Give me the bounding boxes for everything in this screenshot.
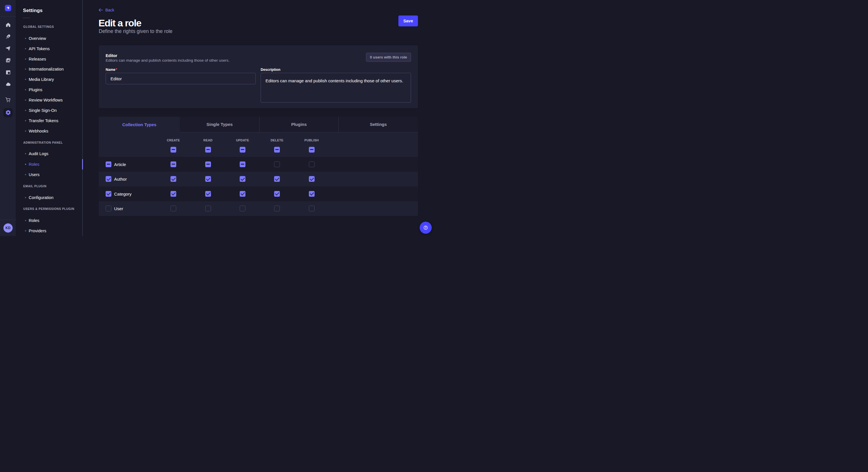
nav-marketplace-button[interactable]	[0, 96, 16, 105]
article-update-checkbox[interactable]	[225, 162, 260, 167]
bullet-icon	[25, 197, 26, 198]
user-publish-checkbox[interactable]	[294, 206, 329, 211]
sidebar-item-up-roles[interactable]: Roles	[16, 215, 83, 226]
author-publish-checkbox[interactable]	[294, 176, 329, 182]
sidebar-item-internationalization[interactable]: Internationalization	[16, 64, 83, 74]
strapi-logo[interactable]	[5, 5, 11, 11]
article-row-checkbox[interactable]	[105, 162, 112, 167]
nav-settings-button[interactable]	[3, 108, 12, 117]
author-delete-checkbox[interactable]	[260, 176, 294, 182]
author-create-checkbox[interactable]	[156, 176, 191, 182]
article-delete-checkbox[interactable]	[260, 162, 294, 167]
checkbox	[170, 206, 176, 211]
sidebar-item-label: Internationalization	[29, 67, 64, 71]
avatar[interactable]: KD	[3, 224, 12, 233]
name-field: Name*	[105, 67, 256, 84]
sidebar-item-api-tokens[interactable]: API Tokens	[16, 43, 83, 54]
description-textarea[interactable]	[260, 73, 411, 103]
checkbox	[105, 191, 112, 197]
sidebar-item-overview[interactable]: Overview	[16, 33, 83, 43]
user-row-checkbox[interactable]	[105, 206, 112, 211]
bullet-icon	[25, 59, 26, 60]
sidebar-item-webhooks[interactable]: Webhooks	[16, 126, 83, 136]
paper-plane-icon	[5, 46, 11, 51]
nav-releases-button[interactable]	[0, 44, 16, 53]
name-input[interactable]	[105, 73, 256, 84]
sidebar-item-configuration[interactable]: Configuration	[16, 193, 83, 203]
user-delete-checkbox[interactable]	[260, 206, 294, 211]
bullet-icon	[25, 38, 26, 39]
category-create-checkbox[interactable]	[156, 191, 191, 197]
checkbox	[205, 191, 211, 197]
row-label: Article	[114, 162, 126, 167]
row-label: Author	[114, 177, 127, 181]
nav-home-button[interactable]	[0, 20, 16, 29]
article-read-checkbox[interactable]	[191, 162, 225, 167]
category-row-checkbox[interactable]	[105, 191, 112, 197]
save-button[interactable]: Save	[398, 15, 418, 26]
checkbox	[205, 147, 211, 153]
permission-row-category: Category	[99, 187, 418, 201]
sidebar-item-single-sign-on[interactable]: Single Sign-On	[16, 105, 83, 115]
sidebar-item-label: Users	[29, 172, 40, 177]
sidebar-item-providers[interactable]: Providers	[16, 226, 83, 236]
category-publish-checkbox[interactable]	[294, 191, 329, 197]
user-update-checkbox[interactable]	[225, 206, 260, 211]
tab-collection-types[interactable]: Collection Types	[99, 117, 180, 133]
column-header-publish: Publish	[294, 138, 329, 142]
category-delete-checkbox[interactable]	[260, 191, 294, 197]
author-update-checkbox[interactable]	[225, 176, 260, 182]
sidebar-item-review-workflows[interactable]: Review Workflows	[16, 95, 83, 105]
column-header-update: Update	[225, 138, 260, 142]
tab-settings[interactable]: Settings	[338, 117, 418, 133]
checkbox	[105, 162, 112, 167]
settings-subnav: Settings GLOBAL SETTINGS Overview API To…	[16, 0, 83, 236]
article-publish-checkbox[interactable]	[294, 162, 329, 167]
sidebar-item-label: Roles	[29, 162, 39, 167]
author-row-checkbox[interactable]	[105, 176, 112, 182]
tab-single-types[interactable]: Single Types	[180, 117, 259, 133]
category-read-checkbox[interactable]	[191, 191, 225, 197]
help-button[interactable]	[420, 222, 432, 234]
sidebar-item-plugins[interactable]: Plugins	[16, 85, 83, 95]
sidebar-item-users[interactable]: Users	[16, 169, 83, 180]
nav-media-library-button[interactable]	[0, 56, 16, 65]
select-all-create-checkbox[interactable]	[156, 147, 191, 153]
sidebar-item-releases[interactable]: Releases	[16, 54, 83, 64]
name-label: Name*	[105, 68, 117, 72]
select-all-read-checkbox[interactable]	[191, 147, 225, 153]
bullet-icon	[25, 174, 26, 175]
tab-plugins[interactable]: Plugins	[259, 117, 338, 133]
nav-deploy-button[interactable]	[0, 80, 16, 89]
checkbox	[274, 176, 280, 182]
bullet-icon	[25, 164, 26, 165]
page-subtitle: Define the rights given to the role	[99, 28, 173, 34]
user-read-checkbox[interactable]	[191, 206, 225, 211]
required-asterisk: *	[116, 68, 117, 72]
select-all-update-checkbox[interactable]	[225, 147, 260, 153]
section-users-permissions-plugin: USERS & PERMISSIONS PLUGIN	[23, 207, 86, 210]
select-all-publish-checkbox[interactable]	[294, 147, 329, 153]
main-content: Back Edit a role Define the rights given…	[83, 0, 434, 236]
back-link[interactable]: Back	[99, 8, 114, 12]
sidebar-item-transfer-tokens[interactable]: Transfer Tokens	[16, 115, 83, 126]
nav-content-type-builder-button[interactable]	[0, 68, 16, 77]
checkbox	[240, 206, 245, 211]
sidebar-item-label: Roles	[29, 218, 39, 223]
sidebar-item-media-library[interactable]: Media Library	[16, 74, 83, 85]
checkbox	[170, 162, 176, 167]
sidebar-item-label: Releases	[29, 57, 46, 61]
author-read-checkbox[interactable]	[191, 176, 225, 182]
sidebar-item-roles[interactable]: Roles	[16, 159, 83, 169]
checkbox	[240, 176, 245, 182]
sidebar-item-audit-logs[interactable]: Audit Logs	[16, 148, 83, 159]
users-with-role-badge[interactable]: 0 users with this role	[366, 53, 411, 62]
page-title: Edit a role	[98, 18, 141, 29]
bullet-icon	[25, 89, 26, 90]
category-update-checkbox[interactable]	[225, 191, 260, 197]
select-all-delete-checkbox[interactable]	[260, 147, 294, 153]
user-create-checkbox[interactable]	[156, 206, 191, 211]
checkbox	[170, 191, 176, 197]
nav-content-manager-button[interactable]	[0, 32, 16, 41]
article-create-checkbox[interactable]	[156, 162, 191, 167]
